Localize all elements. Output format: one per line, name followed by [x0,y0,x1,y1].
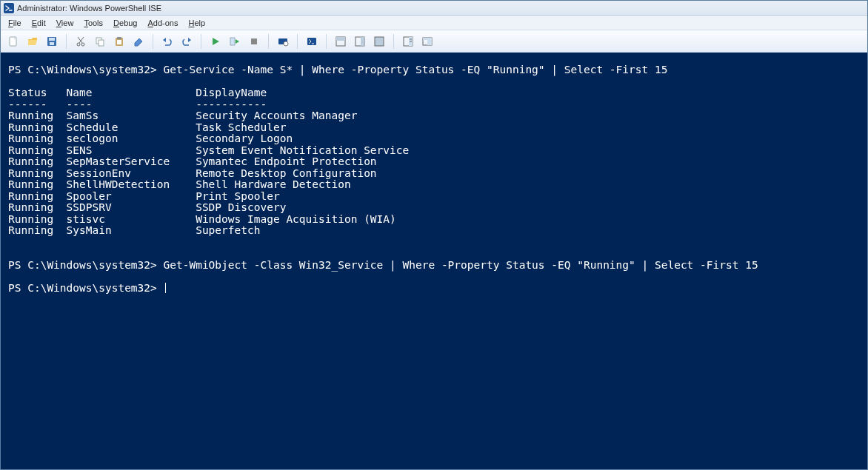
svg-marker-18 [236,39,239,44]
run-selection-button[interactable] [227,33,243,50]
toolbar-separator [201,34,201,49]
toolbar-separator [66,34,67,49]
svg-rect-10 [99,40,104,46]
svg-point-8 [81,43,84,46]
run-script-button[interactable] [207,33,224,50]
menu-view[interactable]: View [52,17,79,29]
svg-point-7 [77,43,80,46]
toolbar-separator [153,34,153,49]
app-icon [4,3,14,13]
new-file-button[interactable] [5,33,21,50]
undo-button[interactable] [159,33,176,50]
show-command-window-button[interactable] [419,33,435,50]
toolbar-separator [393,34,394,49]
new-remote-tab-button[interactable] [275,33,291,50]
svg-rect-35 [427,40,432,45]
script-pane-top-button[interactable] [333,33,349,50]
toolbar [1,30,867,53]
svg-rect-34 [423,38,432,40]
clear-button[interactable] [130,33,147,50]
svg-point-21 [284,41,288,46]
paste-button[interactable] [111,33,127,50]
menu-tools[interactable]: Tools [79,17,107,29]
titlebar: Administrator: Windows PowerShell ISE [1,1,867,16]
menu-addons[interactable]: Add-ons [144,17,183,29]
menu-help[interactable]: Help [184,17,210,29]
window-title: Administrator: Windows PowerShell ISE [17,4,161,13]
svg-marker-16 [213,38,219,45]
svg-marker-15 [188,38,191,42]
open-file-button[interactable] [24,33,41,50]
svg-rect-25 [336,37,345,41]
svg-rect-12 [117,37,121,39]
menubar: File Edit View Tools Debug Add-ons Help [1,16,867,30]
toolbar-separator [268,34,269,49]
menu-debug[interactable]: Debug [109,17,141,29]
cut-button[interactable] [73,33,89,50]
copy-button[interactable] [92,33,108,50]
prompt-line[interactable]: PS C:\Windows\system32> [8,282,164,294]
svg-rect-28 [375,37,384,46]
launch-powershell-button[interactable] [304,33,320,50]
svg-rect-5 [49,38,55,41]
redo-button[interactable] [178,33,195,50]
toolbar-separator [326,34,327,49]
svg-rect-6 [50,42,54,45]
script-pane-right-button[interactable] [352,33,368,50]
console-pane[interactable]: PS C:\Windows\system32> Get-Service -Nam… [1,53,867,469]
script-pane-max-button[interactable] [371,33,387,50]
app-window: Administrator: Windows PowerShell ISE Fi… [0,0,868,470]
svg-rect-17 [230,38,235,45]
text-cursor [165,283,166,293]
svg-rect-19 [251,38,257,44]
save-file-button[interactable] [44,33,60,50]
svg-rect-13 [117,40,121,44]
menu-edit[interactable]: Edit [27,17,50,29]
svg-marker-14 [163,38,166,42]
toolbar-separator [297,34,298,49]
show-command-addon-button[interactable] [400,33,416,50]
svg-rect-27 [361,37,364,46]
menu-file[interactable]: File [4,17,26,29]
stop-button[interactable] [246,33,262,50]
